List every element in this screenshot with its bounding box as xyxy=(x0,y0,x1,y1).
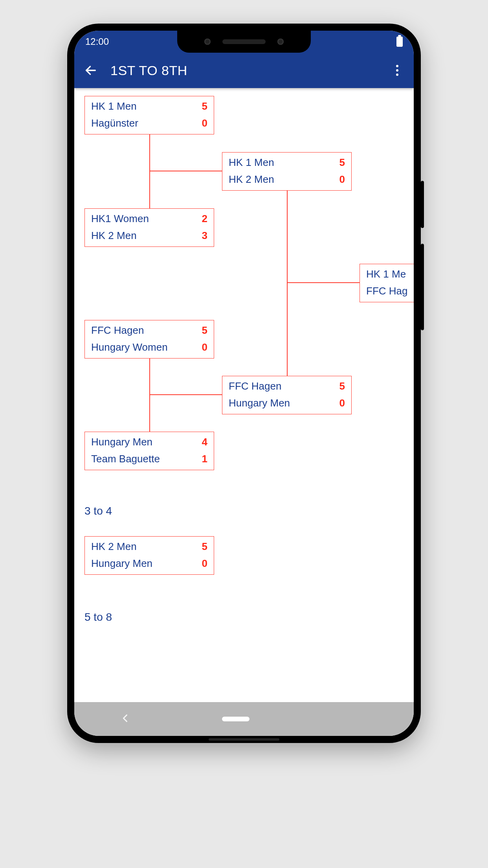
team-name: FFC Hagen xyxy=(229,380,281,392)
score: 2 xyxy=(202,213,207,225)
camera-dot xyxy=(277,39,284,45)
screen: 12:00 1ST TO 8TH HK 1 Men5 Hagünster0 xyxy=(74,31,414,736)
score: 0 xyxy=(202,341,207,353)
match-sf2[interactable]: FFC Hagen5 Hungary Men0 xyxy=(222,376,352,414)
team-name: HK 2 Men xyxy=(91,541,137,553)
battery-icon xyxy=(396,37,403,47)
match-3rd-place[interactable]: HK 2 Men5 Hungary Men0 xyxy=(84,536,214,575)
chevron-left-icon xyxy=(120,713,131,724)
team-name: Hungary Men xyxy=(229,397,290,409)
side-button xyxy=(421,181,424,228)
team-name: HK 1 Me xyxy=(366,268,406,280)
team-name: Hungary Women xyxy=(91,341,168,353)
bracket-area: HK 1 Men5 Hagünster0 HK1 Women2 HK 2 Men… xyxy=(74,88,414,702)
bracket-connector xyxy=(287,283,288,376)
team-name: Hungary Men xyxy=(91,436,152,448)
display-notch xyxy=(177,31,311,53)
score: 5 xyxy=(202,324,207,337)
app-bar: 1ST TO 8TH xyxy=(74,53,414,88)
score: 4 xyxy=(202,436,207,448)
bracket-connector xyxy=(287,190,288,283)
nav-back-button[interactable] xyxy=(120,713,131,725)
camera-dot xyxy=(204,39,211,45)
page-title: 1ST TO 8TH xyxy=(110,63,187,78)
team-name: Hungary Men xyxy=(91,557,152,570)
match-final[interactable]: HK 1 Me FFC Hag xyxy=(360,264,414,302)
score: 1 xyxy=(202,453,207,465)
status-time: 12:00 xyxy=(85,36,109,47)
match-qf3[interactable]: FFC Hagen5 Hungary Women0 xyxy=(84,320,214,359)
team-name: HK 2 Men xyxy=(229,173,274,186)
side-button xyxy=(421,244,424,330)
match-qf1[interactable]: HK 1 Men5 Hagünster0 xyxy=(84,96,214,134)
bracket-scroll[interactable]: HK 1 Men5 Hagünster0 HK1 Women2 HK 2 Men… xyxy=(74,88,414,702)
system-nav-bar xyxy=(74,702,414,736)
team-name: FFC Hagen xyxy=(91,324,144,337)
team-name: Team Baguette xyxy=(91,453,160,465)
score: 0 xyxy=(339,397,345,409)
back-button[interactable] xyxy=(82,62,99,79)
bracket-connector xyxy=(149,394,222,395)
bracket-connector xyxy=(287,282,360,283)
phone-frame: 12:00 1ST TO 8TH HK 1 Men5 Hagünster0 xyxy=(67,24,421,743)
score: 0 xyxy=(202,557,207,570)
section-label-5to8: 5 to 8 xyxy=(84,611,112,623)
team-name: HK 1 Men xyxy=(229,156,274,169)
score: 5 xyxy=(202,100,207,112)
bracket-connector xyxy=(149,134,150,171)
arrow-left-icon xyxy=(84,64,97,77)
team-name: HK 2 Men xyxy=(91,230,137,242)
score: 3 xyxy=(202,230,207,242)
team-name: Hagünster xyxy=(91,117,138,129)
match-qf4[interactable]: Hungary Men4 Team Baguette1 xyxy=(84,432,214,470)
score: 5 xyxy=(202,541,207,553)
overflow-menu-button[interactable] xyxy=(389,62,406,79)
more-vert-icon xyxy=(396,65,398,76)
section-label-3to4: 3 to 4 xyxy=(84,505,112,517)
bracket-connector xyxy=(149,395,150,432)
match-sf1[interactable]: HK 1 Men5 HK 2 Men0 xyxy=(222,152,352,191)
match-qf2[interactable]: HK1 Women2 HK 2 Men3 xyxy=(84,208,214,247)
team-name: HK 1 Men xyxy=(91,100,137,112)
bracket-connector xyxy=(149,358,150,395)
score: 0 xyxy=(202,117,207,129)
score: 0 xyxy=(339,173,345,186)
score: 5 xyxy=(339,156,345,169)
bracket-connector xyxy=(149,171,150,208)
score: 5 xyxy=(339,380,345,392)
team-name: FFC Hag xyxy=(366,285,407,297)
bracket-connector xyxy=(149,171,222,171)
speaker-grille xyxy=(222,39,266,44)
team-name: HK1 Women xyxy=(91,213,149,225)
nav-home-pill[interactable] xyxy=(222,717,250,721)
